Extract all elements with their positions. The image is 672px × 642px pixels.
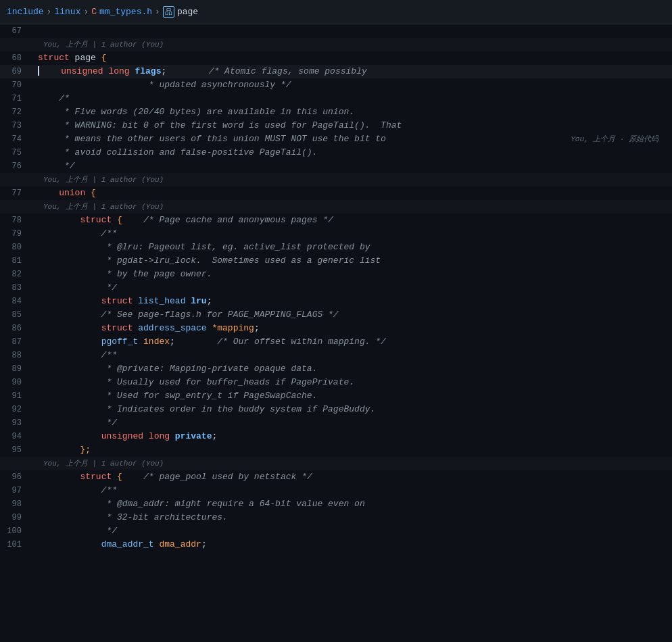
blame-header-row: You, 上个月 | 1 author (You) bbox=[0, 457, 672, 470]
line-code-content: * @private: Mapping-private opaque data. bbox=[32, 362, 672, 376]
line-number: 81 bbox=[0, 254, 32, 268]
breadcrumb-sep-1: › bbox=[47, 7, 52, 17]
line-number: 91 bbox=[0, 389, 32, 403]
breadcrumb-sep-2: › bbox=[83, 7, 89, 17]
code-line: 70 * updated asynchronously */ bbox=[0, 78, 672, 92]
breadcrumb-file[interactable]: mm_types.h bbox=[99, 7, 152, 17]
line-code-content: * @lru: Pageout list, eg. active_list pr… bbox=[32, 241, 672, 254]
breadcrumb-include[interactable]: include bbox=[7, 7, 44, 17]
line-code-content: /** bbox=[32, 484, 672, 497]
line-number: 77 bbox=[0, 187, 32, 200]
line-code-content: */ bbox=[32, 159, 672, 173]
line-code-content: */ bbox=[32, 416, 672, 430]
editor-container: 67 You, 上个月 | 1 author (You) 68struct pa… bbox=[0, 24, 672, 642]
struct-icon: 品 bbox=[163, 6, 174, 18]
line-code-content: * WARNING: bit 0 of the first word is us… bbox=[32, 119, 672, 132]
blame-info: You, 上个月 | 1 author (You) bbox=[32, 457, 672, 470]
code-line: 71 /* bbox=[0, 92, 672, 105]
line-number: 84 bbox=[0, 295, 32, 308]
line-code-content: * pgdat->lru_lock. Sometimes used as a g… bbox=[32, 254, 672, 268]
line-number: 76 bbox=[0, 159, 32, 173]
blame-header-row: You, 上个月 | 1 author (You) bbox=[0, 173, 672, 187]
code-line: 81 * pgdat->lru_lock. Sometimes used as … bbox=[0, 254, 672, 268]
line-number: 68 bbox=[0, 51, 32, 65]
line-code-content: * 32-bit architectures. bbox=[32, 511, 672, 524]
line-number: 75 bbox=[0, 146, 32, 159]
line-code-content: /** bbox=[32, 227, 672, 241]
code-area[interactable]: 67 You, 上个月 | 1 author (You) 68struct pa… bbox=[0, 24, 672, 642]
line-code-content: * Used for swp_entry_t if PageSwapCache. bbox=[32, 389, 672, 403]
blame-info: You, 上个月 | 1 author (You) bbox=[32, 173, 672, 187]
breadcrumb-current: page bbox=[177, 7, 198, 17]
line-code-content: * updated asynchronously */ bbox=[32, 78, 672, 92]
line-number: 82 bbox=[0, 268, 32, 281]
line-number: 67 bbox=[0, 24, 32, 38]
line-code-content: struct { /* page_pool used by netstack *… bbox=[32, 470, 672, 484]
code-line: 82 * by the page owner. bbox=[0, 268, 672, 281]
code-line: 79 /** bbox=[0, 227, 672, 241]
line-code-content: /* bbox=[32, 92, 672, 105]
blame-header-row: You, 上个月 | 1 author (You) bbox=[0, 38, 672, 51]
line-number: 86 bbox=[0, 322, 32, 335]
line-number: 87 bbox=[0, 335, 32, 349]
blame-info: You, 上个月 | 1 author (You) bbox=[32, 38, 672, 51]
line-number: 89 bbox=[0, 362, 32, 376]
code-line: 100 */ bbox=[0, 524, 672, 538]
code-line: 67 bbox=[0, 24, 672, 38]
code-line: 93 */ bbox=[0, 416, 672, 430]
code-line: 88 /** bbox=[0, 349, 672, 362]
line-number: 80 bbox=[0, 241, 32, 254]
breadcrumb-linux[interactable]: linux bbox=[54, 7, 80, 17]
line-code-content: /** bbox=[32, 349, 672, 362]
c-file-icon: C bbox=[91, 7, 97, 17]
code-line: 69 unsigned long flags; /* Atomic flags,… bbox=[0, 65, 672, 78]
line-number: 96 bbox=[0, 470, 32, 484]
line-code-content: struct list_head lru; bbox=[32, 295, 672, 308]
line-number: 85 bbox=[0, 308, 32, 322]
line-number: 94 bbox=[0, 430, 32, 443]
line-number: 100 bbox=[0, 524, 32, 538]
code-line: 74 * means the other users of this union… bbox=[0, 132, 672, 146]
line-code-content: * avoid collision and false-positive Pag… bbox=[32, 146, 672, 159]
code-line: 75 * avoid collision and false-positive … bbox=[0, 146, 672, 159]
code-line: 73 * WARNING: bit 0 of the first word is… bbox=[0, 119, 672, 132]
line-code-content: struct page { bbox=[32, 51, 672, 65]
line-code-content: * Usually used for buffer_heads if PageP… bbox=[32, 376, 672, 389]
code-line: 85 /* See page-flags.h for PAGE_MAPPING_… bbox=[0, 308, 672, 322]
line-code-content: * @dma_addr: might require a 64-bit valu… bbox=[32, 497, 672, 511]
code-line: 72 * Five words (20/40 bytes) are availa… bbox=[0, 105, 672, 119]
code-line: 94 unsigned long private; bbox=[0, 430, 672, 443]
code-line: 91 * Used for swp_entry_t if PageSwapCac… bbox=[0, 389, 672, 403]
line-number: 90 bbox=[0, 376, 32, 389]
line-code-content: * Five words (20/40 bytes) are available… bbox=[32, 105, 672, 119]
blame-header-row: You, 上个月 | 1 author (You) bbox=[0, 200, 672, 214]
code-line: 78 struct { /* Page cache and anonymous … bbox=[0, 214, 672, 227]
line-code-content: * Indicates order in the buddy system if… bbox=[32, 403, 672, 416]
line-number: 78 bbox=[0, 214, 32, 227]
code-line: 89 * @private: Mapping-private opaque da… bbox=[0, 362, 672, 376]
code-line: 87 pgoff_t index; /* Our offset within m… bbox=[0, 335, 672, 349]
line-number: 73 bbox=[0, 119, 32, 132]
line-code-content: */ bbox=[32, 524, 672, 538]
line-number: 99 bbox=[0, 511, 32, 524]
line-code-content: }; bbox=[32, 443, 672, 457]
code-line: 95 }; bbox=[0, 443, 672, 457]
line-code-content: struct address_space *mapping; bbox=[32, 322, 672, 335]
line-number: 97 bbox=[0, 484, 32, 497]
line-code-content: /* See page-flags.h for PAGE_MAPPING_FLA… bbox=[32, 308, 672, 322]
code-line: 68struct page { bbox=[0, 51, 672, 65]
line-number: 69 bbox=[0, 65, 32, 78]
line-num-empty bbox=[0, 200, 32, 214]
line-number: 72 bbox=[0, 105, 32, 119]
line-code-content: * by the page owner. bbox=[32, 268, 672, 281]
code-line: 83 */ bbox=[0, 281, 672, 295]
code-line: 96 struct { /* page_pool used by netstac… bbox=[0, 470, 672, 484]
line-number: 74 bbox=[0, 132, 32, 146]
inline-blame: You, 上个月 · 原始代码 bbox=[571, 132, 658, 146]
code-line: 77 union { bbox=[0, 187, 672, 200]
line-number: 71 bbox=[0, 92, 32, 105]
line-code-content bbox=[32, 24, 672, 38]
line-code-content: pgoff_t index; /* Our offset within mapp… bbox=[32, 335, 672, 349]
code-line: 99 * 32-bit architectures. bbox=[0, 511, 672, 524]
line-number: 88 bbox=[0, 349, 32, 362]
